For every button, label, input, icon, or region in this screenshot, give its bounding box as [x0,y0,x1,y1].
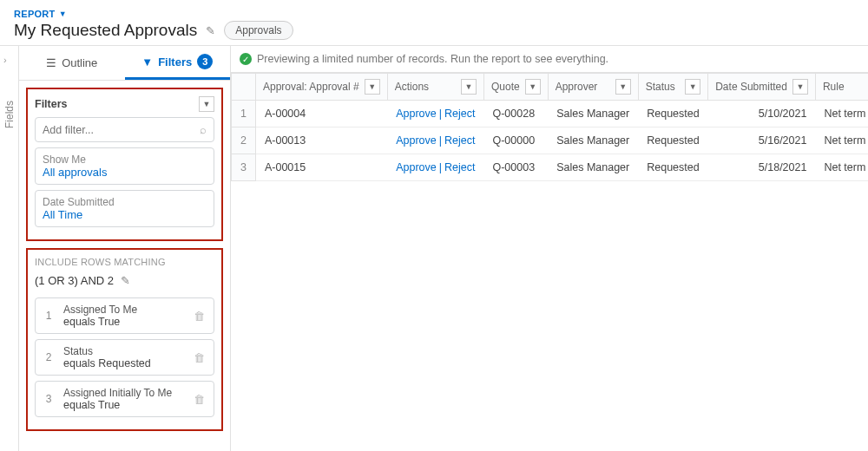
fields-rail[interactable]: › Fields [0,45,19,451]
tab-outline[interactable]: ☰ Outline [19,46,125,80]
rule-number: 1 [41,303,56,329]
date-submitted-cell: 5/10/2021 [708,101,816,127]
rule-condition: equals Requested [63,357,190,369]
filters-menu-button[interactable]: ▼ [199,96,214,112]
approve-link[interactable]: Approve [396,161,437,173]
caret-down-icon: ▼ [59,10,67,18]
column-menu-button[interactable]: ▼ [685,79,700,95]
col-date-submitted[interactable]: Date Submitted▼ [708,74,816,101]
report-table: Approval: Approval #▼ Actions▼ Quote▼ Ap… [231,73,868,181]
rule-field: Status [63,345,190,357]
approver-cell: Sales Manager [548,154,638,181]
list-icon: ☰ [46,56,56,69]
rule-field: Assigned Initially To Me [63,387,190,399]
reject-link[interactable]: Reject [444,108,475,120]
trash-icon[interactable]: 🗑 [190,351,208,364]
report-type-label[interactable]: REPORT ▼ [14,9,854,19]
rule-cell: Net term is 90 [815,127,868,154]
approval-number-cell: A-00013 [255,127,387,154]
reject-link[interactable]: Reject [444,161,475,173]
edit-logic-button[interactable]: ✎ [121,274,130,287]
approval-number-cell: A-00004 [255,101,387,127]
quote-cell: Q-00028 [483,101,548,127]
trash-icon[interactable]: 🗑 [190,393,208,406]
approve-link[interactable]: Approve [396,108,437,120]
filter-rule-card[interactable]: 3Assigned Initially To Meequals True🗑 [35,381,214,417]
report-header: REPORT ▼ My Requested Approvals ✎ Approv… [0,0,868,45]
approver-cell: Sales Manager [548,127,638,154]
col-approval-number[interactable]: Approval: Approval #▼ [255,74,387,101]
trash-icon[interactable]: 🗑 [190,310,208,323]
preview-banner: ✓ Previewing a limited number of records… [231,46,868,73]
column-menu-button[interactable]: ▼ [525,79,541,95]
row-number-cell: 2 [232,127,256,154]
rule-number: 2 [41,344,56,370]
tab-filters-label: Filters [158,56,192,69]
filter-card-date-submitted[interactable]: Date Submitted All Time [35,190,214,227]
col-approver[interactable]: Approver▼ [548,74,638,101]
col-status[interactable]: Status▼ [638,74,707,101]
report-title: My Requested Approvals [14,21,197,40]
table-row: 2A-00013Approve|RejectQ-00000Sales Manag… [232,127,869,154]
filter-rule-card[interactable]: 1Assigned To Meequals True🗑 [35,297,214,334]
search-icon: ⌕ [200,123,207,136]
quote-cell: Q-00003 [483,154,548,181]
preview-message: Previewing a limited number of records. … [257,53,608,65]
column-menu-button[interactable]: ▼ [792,79,808,95]
report-type-text: REPORT [14,9,56,19]
rule-cell: Net term is 90 [815,154,868,181]
date-submitted-cell: 5/16/2021 [708,127,816,154]
column-menu-button[interactable]: ▼ [461,79,477,95]
approver-cell: Sales Manager [548,101,638,127]
rule-condition: equals True [63,399,190,411]
filter-rule-card[interactable]: 2Statusequals Requested🗑 [35,339,214,376]
status-cell: Requested [638,101,707,127]
column-menu-button[interactable]: ▼ [615,79,631,95]
caret-down-icon: ▼ [203,100,211,108]
status-cell: Requested [638,127,707,154]
sidebar: ☰ Outline ▼ Filters 3 Filters ▼ ⌕ Show M… [19,45,231,451]
status-cell: Requested [638,154,707,181]
filter-icon: ▼ [141,56,153,69]
actions-cell: Approve|Reject [387,154,483,181]
add-filter-input[interactable] [43,124,200,136]
check-circle-icon: ✓ [240,53,252,65]
filter-logic-expression: (1 OR 3) AND 2 [35,274,114,287]
fields-rail-label: Fields [3,101,16,128]
rule-condition: equals True [63,316,190,328]
include-rows-highlight: INCLUDE ROWS MATCHING (1 OR 3) AND 2 ✎ 1… [26,248,223,431]
table-row: 3A-00015Approve|RejectQ-00003Sales Manag… [232,154,869,181]
filters-count-badge: 3 [197,54,213,69]
filters-section-highlight: Filters ▼ ⌕ Show Me All approvals Date S… [26,88,223,241]
main-content: ✓ Previewing a limited number of records… [231,45,868,451]
rule-field: Assigned To Me [63,304,190,316]
row-number-cell: 1 [232,101,256,127]
actions-cell: Approve|Reject [387,127,483,154]
date-submitted-cell: 5/18/2021 [708,154,816,181]
col-quote[interactable]: Quote▼ [483,74,548,101]
col-actions[interactable]: Actions▼ [387,74,483,101]
filters-heading: Filters [35,98,68,110]
actions-cell: Approve|Reject [387,101,483,127]
filter-card-show-me[interactable]: Show Me All approvals [35,147,214,185]
tab-outline-label: Outline [62,56,97,69]
column-menu-button[interactable]: ▼ [365,79,380,95]
pencil-icon[interactable]: ✎ [206,24,215,37]
sidebar-tabs: ☰ Outline ▼ Filters 3 [19,46,230,81]
add-filter-input-wrapper[interactable]: ⌕ [35,117,214,142]
filter-label: Show Me [43,154,207,166]
report-type-chip[interactable]: Approvals [224,21,293,40]
approve-link[interactable]: Approve [396,134,437,147]
reject-link[interactable]: Reject [444,134,475,147]
quote-cell: Q-00000 [483,127,548,154]
col-rule[interactable]: Rule▼ [815,74,868,101]
filter-value: All Time [43,208,207,221]
filter-value: All approvals [43,166,207,179]
approval-number-cell: A-00015 [255,154,387,181]
tab-filters[interactable]: ▼ Filters 3 [125,46,231,80]
rule-number: 3 [41,386,56,412]
table-row: 1A-00004Approve|RejectQ-00028Sales Manag… [232,101,869,127]
include-rows-heading: INCLUDE ROWS MATCHING [35,257,214,267]
filter-label: Date Submitted [43,196,207,208]
row-number-cell: 3 [232,154,256,181]
